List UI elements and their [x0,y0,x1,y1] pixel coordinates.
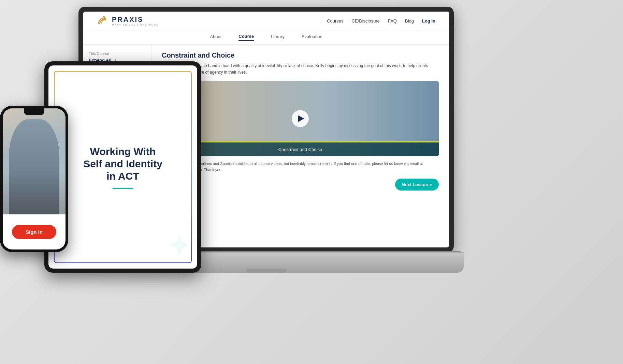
video-caption-text: Constraint and Choice [278,147,322,152]
phone-signin-area: Sign In [3,214,66,250]
logo-brand-text: PRAXIS [112,16,159,24]
next-lesson-label: Next Lesson » [402,182,432,187]
logo-tagline-text: MANY VOICES | ONE WORK [112,24,159,26]
nav-faq[interactable]: FAQ [388,18,397,24]
tablet-title-underline [113,188,133,189]
play-icon [298,115,304,122]
logo-area: PRAXIS MANY VOICES | ONE WORK [97,16,159,26]
tablet-course-title: Working With Self and Identity in ACT [83,146,162,182]
sec-nav-evaluation[interactable]: Evaluation [302,34,322,41]
tablet-title-line2: Self and Identity [83,158,162,169]
phone-photo [3,108,66,214]
tablet-content: Working With Self and Identity in ACT [76,139,169,196]
phone-signin-button[interactable]: Sign In [12,225,56,239]
sec-nav-library[interactable]: Library [271,34,285,41]
nav-ce-disclosure[interactable]: CE/Disclosure [352,18,380,24]
sec-nav-course[interactable]: Course [238,34,254,41]
phone-device: Sign In [0,106,68,252]
sidebar-label: This Course [89,51,146,56]
content-description: Issues of self often come hand in hand w… [162,63,439,76]
praxis-logo-icon [97,16,109,26]
tablet-title-line1: Working With [90,146,156,157]
next-lesson-button[interactable]: Next Lesson » [395,179,439,191]
nav-courses[interactable]: Courses [327,18,343,24]
logo-text: PRAXIS MANY VOICES | ONE WORK [112,16,159,26]
video-player[interactable]: Constraint and Choice [162,81,439,156]
nav-login[interactable]: Log In [422,18,435,24]
phone-signin-label: Sign In [26,229,43,235]
phone-notch [24,108,44,115]
content-title: Constraint and Choice [162,51,439,59]
website-header: PRAXIS MANY VOICES | ONE WORK Courses CE… [83,12,449,30]
sec-nav-about[interactable]: About [210,34,221,41]
scene: PRAXIS MANY VOICES | ONE WORK Courses CE… [0,0,623,364]
nav-blog[interactable]: Blog [405,18,414,24]
tablet-screen: Working With Self and Identity in ACT ✦ [48,65,197,269]
secondary-nav: About Course Library Evaluation [83,30,449,45]
video-background: Constraint and Choice [162,81,439,156]
tablet-title-line3: in ACT [106,170,139,182]
top-nav: Courses CE/Disclosure FAQ Blog Log In [327,18,435,24]
tablet-watermark: ✦ [168,230,190,262]
laptop-notch [246,269,287,273]
video-caption-bar: Constraint and Choice [162,142,439,156]
phone-screen: Sign In [3,108,66,249]
captions-note: We've added English captions and Spanish… [162,161,439,173]
phone-photo-overlay [3,172,66,214]
